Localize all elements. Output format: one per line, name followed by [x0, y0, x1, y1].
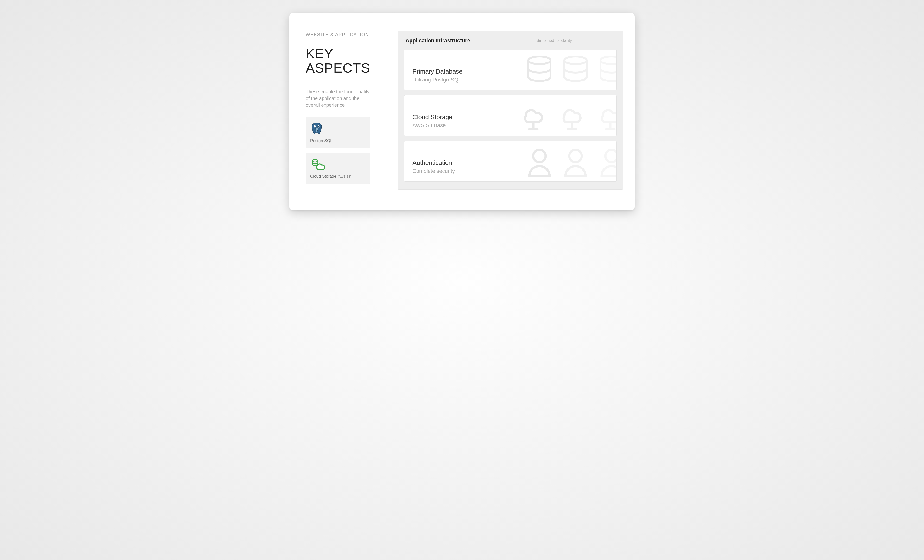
- infra-row-auth: Authentication Complete security: [404, 141, 616, 182]
- headline: KEY ASPECTS: [306, 46, 376, 75]
- lede-text: These enable the functionality of the ap…: [306, 88, 373, 108]
- cloud-icon: [518, 101, 616, 132]
- svg-point-6: [564, 57, 586, 64]
- tile-label-text: Cloud Storage: [310, 174, 338, 178]
- tech-tile-label: PostgreSQL: [310, 138, 366, 143]
- row-title: Cloud Storage: [412, 114, 452, 121]
- postgresql-icon: [310, 121, 366, 136]
- right-column: Application Infrastructure: Simplified f…: [386, 13, 634, 210]
- left-column: WEBSITE & APPLICATION KEY ASPECTS These …: [290, 13, 386, 210]
- tech-tile-label: Cloud Storage (AWS S3): [310, 174, 366, 179]
- svg-point-4: [312, 160, 318, 162]
- row-title: Primary Database: [412, 68, 462, 75]
- row-subtitle: Complete security: [412, 168, 455, 174]
- tile-label-sub: (AWS S3): [338, 175, 351, 178]
- content-card: WEBSITE & APPLICATION KEY ASPECTS These …: [290, 13, 634, 210]
- svg-point-7: [600, 57, 616, 64]
- arrow-line-icon: [574, 40, 615, 41]
- infra-row-cloud: Cloud Storage AWS S3 Base: [404, 95, 616, 136]
- svg-point-16: [605, 150, 616, 162]
- headline-line2: ASPECTS: [306, 60, 370, 75]
- panel-title: Application Infrastructure:: [405, 37, 472, 44]
- infrastructure-panel: Application Infrastructure: Simplified f…: [398, 30, 623, 190]
- eyebrow-text: WEBSITE & APPLICATION: [306, 32, 376, 37]
- panel-note-text: Simplified for clarity: [537, 38, 572, 43]
- row-title: Authentication: [412, 159, 455, 166]
- infra-row-database: Primary Database Utilizing PostgreSQL: [404, 49, 616, 90]
- tech-tile-postgresql: PostgreSQL: [306, 117, 370, 148]
- svg-point-14: [533, 150, 546, 162]
- cloud-storage-icon: [310, 157, 366, 172]
- row-subtitle: Utilizing PostgreSQL: [412, 77, 462, 83]
- database-icon: [525, 55, 616, 86]
- tech-tile-cloudstorage: Cloud Storage (AWS S3): [306, 153, 370, 184]
- svg-point-3: [318, 126, 319, 127]
- tile-label-text: PostgreSQL: [310, 138, 333, 143]
- headline-line1: KEY: [306, 46, 333, 61]
- person-icon: [525, 146, 616, 178]
- panel-header: Application Infrastructure: Simplified f…: [404, 37, 616, 44]
- svg-point-15: [569, 150, 582, 162]
- row-subtitle: AWS S3 Base: [412, 122, 452, 129]
- panel-note: Simplified for clarity: [537, 38, 615, 43]
- svg-point-5: [528, 57, 550, 64]
- svg-point-2: [315, 126, 315, 127]
